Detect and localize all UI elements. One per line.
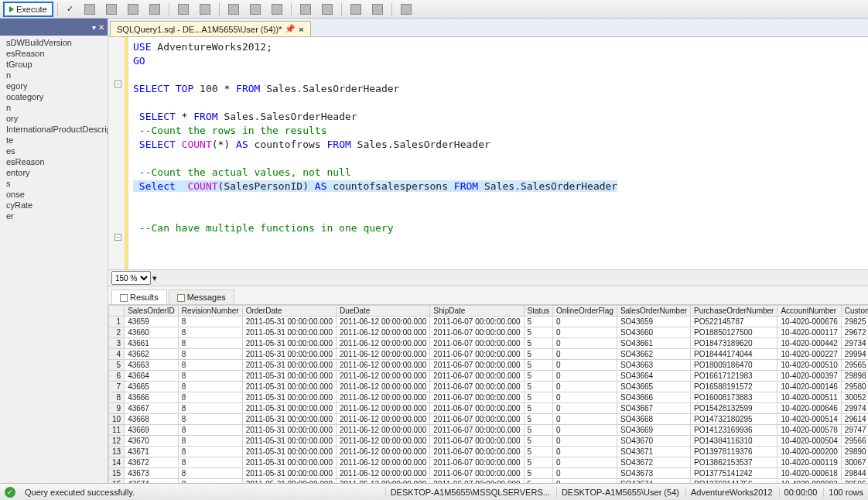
row-number[interactable]: 14 [109, 457, 125, 468]
cell[interactable]: 2011-05-31 00:00:00.000 [242, 392, 336, 403]
row-number[interactable]: 8 [109, 392, 125, 403]
cell[interactable]: 5 [524, 479, 552, 484]
toolbar-icon[interactable] [173, 2, 193, 17]
cell[interactable]: 2011-06-12 00:00:00.000 [336, 360, 429, 371]
cell[interactable]: 43669 [125, 425, 179, 436]
table-row[interactable]: 144367282011-05-31 00:00:00.0002011-06-1… [109, 457, 869, 468]
code-area[interactable]: USE AdventureWorks2012; GO SELECT TOP 10… [128, 37, 868, 269]
cell[interactable]: 2011-06-07 00:00:00.000 [430, 447, 524, 457]
cell[interactable]: 5 [524, 338, 552, 349]
cell[interactable]: 43668 [125, 414, 179, 425]
parse-icon[interactable]: ✓ [62, 2, 78, 17]
cell[interactable]: 29825 [841, 317, 868, 327]
table-row[interactable]: 74366582011-05-31 00:00:00.0002011-06-12… [109, 382, 869, 392]
column-header[interactable]: OrderDate [242, 306, 336, 317]
tree-item[interactable]: s [5, 178, 108, 189]
cell[interactable]: 0 [552, 338, 617, 349]
tree-item[interactable]: onse [5, 189, 108, 200]
cell[interactable]: PO14384116310 [691, 436, 777, 447]
cell[interactable]: 2011-06-07 00:00:00.000 [430, 360, 524, 371]
cell[interactable]: 8 [178, 414, 242, 425]
cell[interactable]: 8 [178, 382, 242, 392]
cell[interactable]: 5 [524, 447, 552, 457]
row-number[interactable]: 1 [109, 317, 125, 327]
cell[interactable]: PO13862153537 [691, 457, 777, 468]
table-row[interactable]: 124367082011-05-31 00:00:00.0002011-06-1… [109, 436, 869, 447]
table-row[interactable]: 14365982011-05-31 00:00:00.0002011-06-12… [109, 317, 869, 327]
cell[interactable]: SO43668 [617, 414, 690, 425]
cell[interactable]: PO18473189620 [691, 338, 777, 349]
tree-item[interactable]: entory [5, 167, 108, 178]
cell[interactable]: 2011-05-31 00:00:00.000 [242, 349, 336, 360]
results-grid[interactable]: SalesOrderIDRevisionNumberOrderDateDueDa… [108, 305, 868, 483]
results-to-text-icon[interactable] [224, 2, 244, 17]
cell[interactable]: 30067 [841, 457, 868, 468]
cell[interactable]: 2011-05-31 00:00:00.000 [242, 436, 336, 447]
cell[interactable]: 0 [552, 447, 617, 457]
tree-item[interactable]: ocategory [5, 91, 108, 102]
column-header[interactable]: AccountNumber [777, 306, 841, 317]
cell[interactable]: PO16008173883 [691, 392, 777, 403]
cell[interactable]: PO13978119376 [691, 447, 777, 457]
cell[interactable]: 2011-05-31 00:00:00.000 [242, 317, 336, 327]
cell[interactable]: 2011-06-12 00:00:00.000 [336, 436, 429, 447]
cell[interactable]: 2011-06-07 00:00:00.000 [430, 457, 524, 468]
cell[interactable]: 10-4020-000676 [777, 317, 841, 327]
column-header[interactable]: Status [524, 306, 552, 317]
cell[interactable]: 2011-06-12 00:00:00.000 [336, 447, 429, 457]
cell[interactable]: 10-4020-000397 [777, 371, 841, 382]
tree-item[interactable]: sDWBuildVersion [5, 37, 108, 48]
cell[interactable]: 10-4020-000119 [777, 457, 841, 468]
cell[interactable]: 10-4020-000504 [777, 436, 841, 447]
cell[interactable]: 43659 [125, 317, 179, 327]
toolbar-icon[interactable] [145, 2, 165, 17]
column-header[interactable]: DueDate [336, 306, 429, 317]
row-number[interactable]: 2 [109, 327, 125, 338]
cell[interactable]: SO43670 [617, 436, 690, 447]
cell[interactable]: 29734 [841, 338, 868, 349]
cell[interactable]: 2011-05-31 00:00:00.000 [242, 447, 336, 457]
table-row[interactable]: 24366082011-05-31 00:00:00.0002011-06-12… [109, 327, 869, 338]
cell[interactable]: 0 [552, 457, 617, 468]
cell[interactable]: 2011-05-31 00:00:00.000 [242, 360, 336, 371]
cell[interactable]: 2011-06-07 00:00:00.000 [430, 436, 524, 447]
column-header[interactable]: OnlineOrderFlag [552, 306, 617, 317]
cell[interactable]: 10-4020-000578 [777, 425, 841, 436]
cell[interactable]: 43664 [125, 371, 179, 382]
messages-tab[interactable]: Messages [169, 289, 234, 304]
cell[interactable]: PO18850127500 [691, 327, 777, 338]
table-row[interactable]: 84366682011-05-31 00:00:00.0002011-06-12… [109, 392, 869, 403]
cell[interactable]: 29565 [841, 360, 868, 371]
cell[interactable]: 5 [524, 382, 552, 392]
estimated-plan-icon[interactable] [80, 2, 100, 17]
cell[interactable]: 2011-05-31 00:00:00.000 [242, 403, 336, 414]
column-header[interactable]: ShipDate [430, 306, 524, 317]
toolbar-icon[interactable] [123, 2, 143, 17]
tree-item[interactable]: te [5, 135, 108, 146]
cell[interactable]: 2011-05-31 00:00:00.000 [242, 338, 336, 349]
cell[interactable]: 43662 [125, 349, 179, 360]
cell[interactable]: 5 [524, 457, 552, 468]
cell[interactable]: 0 [552, 392, 617, 403]
comment-icon[interactable] [296, 2, 316, 17]
cell[interactable]: 2011-05-31 00:00:00.000 [242, 382, 336, 392]
panel-dropdown-icon[interactable]: ▾ ✕ [92, 23, 104, 32]
cell[interactable]: 29580 [841, 382, 868, 392]
cell[interactable]: 2011-06-07 00:00:00.000 [430, 338, 524, 349]
row-number[interactable]: 4 [109, 349, 125, 360]
cell[interactable]: 2011-06-07 00:00:00.000 [430, 468, 524, 479]
cell[interactable]: SO43667 [617, 403, 690, 414]
cell[interactable]: 2011-06-07 00:00:00.000 [430, 327, 524, 338]
table-row[interactable]: 134367182011-05-31 00:00:00.0002011-06-1… [109, 447, 869, 457]
tree-item[interactable]: InternationalProductDescription [5, 124, 108, 135]
cell[interactable]: 43660 [125, 327, 179, 338]
cell[interactable]: 2011-05-31 00:00:00.000 [242, 468, 336, 479]
cell[interactable]: 2011-06-12 00:00:00.000 [336, 317, 429, 327]
cell[interactable]: 10-4020-000227 [777, 349, 841, 360]
cell[interactable]: 0 [552, 479, 617, 484]
cell[interactable]: 43672 [125, 457, 179, 468]
cell[interactable]: SO43660 [617, 327, 690, 338]
toolbar-icon[interactable] [101, 2, 121, 17]
results-tab[interactable]: Results [111, 289, 167, 304]
cell[interactable]: 29890 [841, 447, 868, 457]
